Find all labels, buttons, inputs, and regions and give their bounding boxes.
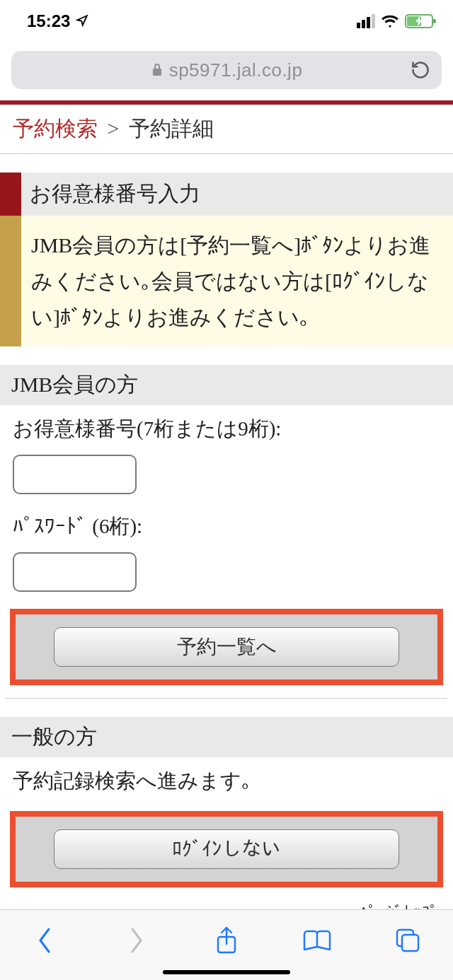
clock-time: 15:23 [27,11,70,31]
to-reservation-list-button[interactable]: 予約一覧へ [54,627,399,667]
reload-icon[interactable] [411,59,430,81]
notice-text: JMB会員の方は[予約一覧へ]ﾎﾞﾀﾝよりお進みください｡会員ではない方は[ﾛｸ… [21,216,453,346]
guest-button-highlight: ﾛｸﾞｲﾝしない [10,811,443,887]
browser-toolbar [0,909,453,980]
guest-heading: 一般の方 [0,717,453,757]
breadcrumb-link-search[interactable]: 予約検索 [13,117,98,140]
breadcrumb-current: 予約詳細 [129,117,214,140]
ios-status-bar: 15:23 [0,0,453,42]
back-button[interactable] [25,921,65,960]
password-label: ﾊﾟｽﾜｰﾄﾞ (6桁): [0,503,453,548]
wifi-icon [381,14,399,28]
member-heading: JMB会員の方 [0,365,453,405]
notice-box: JMB会員の方は[予約一覧へ]ﾎﾞﾀﾝよりお進みください｡会員ではない方は[ﾛｸ… [0,216,453,346]
forward-button[interactable] [116,921,156,960]
member-number-input[interactable] [13,455,137,494]
no-login-button[interactable]: ﾛｸﾞｲﾝしない [54,829,399,869]
breadcrumb: 予約検索 > 予約詳細 [0,105,453,154]
password-input[interactable] [13,552,137,592]
member-number-label: お得意様番号(7桁または9桁): [0,405,453,450]
location-icon [76,11,88,31]
member-button-highlight: 予約一覧へ [10,609,443,685]
share-button[interactable] [207,921,246,960]
cellular-signal-icon [357,14,375,28]
bookmarks-button[interactable] [297,921,337,960]
section-accent-red [0,173,21,216]
home-indicator [163,970,290,974]
browser-address-bar[interactable]: sp5971.jal.co.jp [11,51,442,89]
lock-icon [151,63,164,77]
svg-rect-3 [402,935,418,951]
tabs-button[interactable] [388,921,428,960]
section-title: お得意様番号入力 [21,173,453,216]
battery-charging-icon [405,14,433,28]
divider [6,698,447,699]
url-text: sp5971.jal.co.jp [169,59,303,81]
breadcrumb-separator: > [103,117,124,140]
section-title-bar: お得意様番号入力 [0,173,453,216]
section-accent-gold [0,216,21,346]
guest-description: 予約記録検索へ進みます｡ [0,757,453,803]
